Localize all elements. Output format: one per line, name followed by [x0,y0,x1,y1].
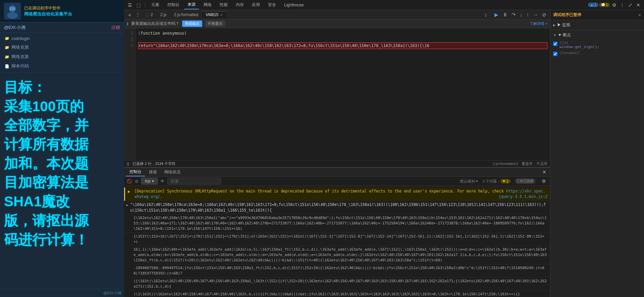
file-tab-close-icon[interactable]: ✕ [220,13,223,17]
cancel-button[interactable]: 注销 [111,25,120,31]
avatar: EXI [4,3,21,19]
footer-text: @EXI·小洲 [103,291,121,295]
chevron-down-icon: ▾ [152,179,154,183]
console-filter-input[interactable] [167,178,221,184]
file-tab-num: ⬚ [146,12,149,17]
tab-security[interactable]: 安全 [265,1,279,9]
menu-item-csdn[interactable]: 📁 csdnlogin [0,34,124,43]
deprecation-text: [Deprecation] Synchronous XMLHttpRequest… [135,189,545,199]
level-selector[interactable]: 默认级别 ▾ [460,179,478,184]
devtools-inspect-icon[interactable]: ⬚ [135,1,142,9]
tab-lighthouse[interactable]: Lighthouse [281,1,307,9]
menu-item-net2[interactable]: 📁 网络克第 [0,52,124,61]
pp-learn-more-link[interactable]: 了解详情 × [530,21,547,26]
console-message-code2: {\162etu\162\40\150e\170\40\163\150a1("a… [124,214,550,233]
file-tab-label: VM815 [206,12,218,17]
step-out-button[interactable]: ↑ [525,11,531,18]
console-message-code6: ({\163t)\162etu\162\40\156\40\167\40\156… [124,278,550,291]
code-output-2: {\162etu\162\40\150e\170\40\163\150a1("a… [133,216,547,231]
right-panel-close-icon[interactable]: ✕ [638,13,641,17]
console-tab-search[interactable]: 搜索 [146,168,160,176]
console-settings-icon[interactable]: ⊘ [135,179,139,184]
file-back-icon[interactable]: « [126,11,133,18]
close-devtools-icon[interactable]: ✕ [635,1,642,9]
tab-memory[interactable]: 内存 [232,1,247,9]
top-context-button[interactable]: top ▾ [141,178,158,184]
pp-secondary-button[interactable]: 不再显示 [205,20,225,27]
console-tab-console[interactable]: 控制台 [126,168,145,176]
pp-notification-bar: ℹ 要美观输出此压缩文件吗？ 美观输出 不再显示 了解详情 × [124,19,550,28]
file-tab-label: 2 [151,12,153,17]
tab-network[interactable]: 网络 [200,1,215,9]
warn-count-badge: ⚑ 1 [500,179,510,183]
code-output-5: -1894007588:-899497514;}fu\156ct\151o\15… [133,266,544,275]
console-close-icon[interactable]: ✕ [541,168,548,176]
file-sync-icon[interactable]: ↕ [482,11,489,18]
bp-code-1: window.get_sign(); [559,45,599,49]
tab-performance[interactable]: 性能 [216,1,231,9]
file-tabbar: « ⋮ ⬚ 2 2.js 2.js:formatted VM815 [124,10,550,19]
watch-section: ▶ ▶ 监视 [550,20,644,30]
file-tab-2[interactable]: ⬚ 2 [142,11,156,18]
console-right-info: 默认级别 ▾ 1 个问题：⚑ 1 1 条已隐藏 ⚙ [460,177,547,185]
breakpoint-checkbox-1[interactable] [553,42,557,46]
step-button[interactable]: → [531,11,540,18]
file-tab-2jsformatted[interactable]: 2.js:formatted [170,11,202,18]
breakpoints-section-toggle[interactable]: ▼ ▼ 断点 [553,32,641,38]
console-message-code4: 16],1);\166a\162\40t=\163afe_add(\163afe… [124,246,550,264]
tab-console[interactable]: 控制台 [164,1,183,9]
console-tab-network[interactable]: 网络状况 [161,168,184,176]
left-header-text: 已在调试程序中暂停 网络爬虫自动化采集平台 [24,5,72,17]
code-content[interactable]: (function anonymous( return"\166a\162\40… [136,28,550,160]
menu-item-script[interactable]: 📄 脚本代码 [0,61,124,71]
bp-code-2 [559,55,579,59]
info-icon: ℹ [127,22,128,26]
line-numbers: 1 2 3 [124,28,136,160]
svg-text:EXI: EXI [10,7,15,11]
line-num-3: 3 [124,42,135,48]
tab-sources[interactable]: 来源 [184,0,199,9]
folder-icon: 📁 [5,55,9,59]
braces-icon: {} [127,162,129,166]
resume-button[interactable]: ▶ [493,11,500,18]
watch-title: ▶ 监视 [557,22,570,28]
bp-location-1: 2:224 [559,41,599,45]
username-label: @EXI·小洲 [4,25,25,31]
pp-primary-button[interactable]: 美观输出 [182,20,202,27]
step-over-button[interactable]: ↷ [510,11,518,18]
tab-application[interactable]: 应用 [249,1,263,9]
warn-icon: ▶ [128,189,130,195]
more-icon[interactable]: ⋮ [619,1,626,9]
line-num-1: 1 [124,30,135,36]
file-tab-2js[interactable]: 2.js [157,11,170,18]
deprecation-link[interactable]: jquery-3.5.1.min.js:2 [499,194,547,200]
breakpoint-checkbox-2[interactable] [553,52,557,56]
pause-label: 已在调试程序中暂停 [24,5,72,11]
code-output-6: ({\163t)\162etu\162\40\156\40\167\40\156… [133,279,547,289]
console-message-deprecation: ▶ [Deprecation] Synchronous XMLHttpReque… [124,187,550,201]
settings-icon[interactable]: ⚙ [610,1,618,9]
folder-icon: 📁 [5,36,9,41]
breakpoint-info-1: 2:224 window.get_sign(); [559,41,599,49]
watch-section-toggle[interactable]: ▶ ▶ 监视 [553,22,641,28]
eye-icon[interactable]: 👁 [160,179,165,184]
file-more-icon[interactable]: ⋮ [134,11,142,18]
deactivate-button[interactable]: ⊘ [540,11,548,18]
code-output-3: {\151f(\152<16)\167[\152]=\170[\151[\152… [133,234,544,244]
devtools-right-icons: ▲ 1 💬 1 ⚙ ⋮ ⤢ ✕ [588,1,642,9]
file-tab-vm815[interactable]: VM815 ✕ [202,11,226,18]
tab-elements[interactable]: 元素 [148,1,163,9]
pause-button[interactable]: ⏸ [501,11,509,18]
bp-location-2: 2:formatted:2 [559,51,579,55]
step-into-button[interactable]: ↓ [518,11,524,18]
right-panel-header: 调试程序已暂停 ✕ [550,10,644,20]
line-num-2: 2 [124,36,135,42]
undock-icon[interactable]: ⤢ [627,1,634,9]
clear-console-icon[interactable]: 🚫 [127,179,132,184]
console-message-code1: ▶ "\166a\162\40\150e\170ca\163e=0;\166a\… [124,201,550,214]
devtools-menu-icon[interactable]: ☰ [126,1,133,9]
console-gear-icon[interactable]: ⚙ [540,177,547,185]
menu-item-net1[interactable]: 📁 网络克第 [0,43,124,52]
menu-item-label: 网络克第 [11,44,29,50]
file-tab-label: 2.js [160,12,167,17]
